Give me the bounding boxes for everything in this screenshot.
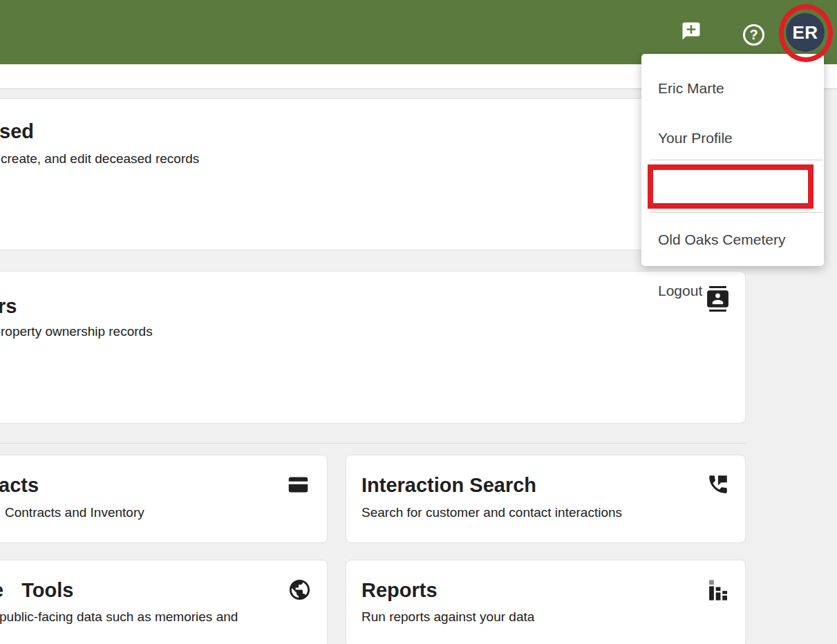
card-interaction-search-subtitle: Search for customer and contact interact… — [361, 504, 622, 521]
card-deceased-subtitle: create, and edit deceased records — [1, 150, 199, 167]
card-tools[interactable]: e Tools public-facing data such as memor… — [0, 560, 328, 644]
credit-card-icon — [287, 473, 310, 496]
card-owners[interactable]: rs roperty ownership records — [0, 271, 746, 424]
card-contracts-title: acts — [0, 473, 39, 497]
phone-message-icon — [706, 473, 730, 496]
card-deceased[interactable]: sed create, and edit deceased records — [0, 98, 746, 250]
app-screen: ? ER sed create, and edit deceased recor… — [0, 0, 837, 644]
contacts-icon — [705, 286, 731, 312]
help-button[interactable]: ? — [743, 24, 764, 46]
card-tools-title: e Tools — [0, 578, 73, 602]
card-owners-subtitle: roperty ownership records — [1, 323, 153, 340]
card-reports-subtitle: Run reports against your data — [361, 608, 534, 625]
menu-divider — [650, 160, 822, 160]
avatar-initials: ER — [792, 22, 818, 44]
help-icon: ? — [749, 27, 758, 42]
card-contracts[interactable]: acts Contracts and Inventory — [0, 455, 328, 543]
menu-item-your-profile[interactable]: Your Profile — [658, 130, 733, 146]
add-feedback-button[interactable] — [681, 21, 702, 41]
card-reports-title: Reports — [361, 578, 438, 602]
card-interaction-search-title: Interaction Search — [361, 473, 536, 497]
menu-divider — [650, 212, 822, 213]
menu-item-old-oaks-cemetery[interactable]: Old Oaks Cemetery — [658, 231, 785, 248]
menu-item-user-name[interactable]: Eric Marte — [658, 80, 724, 97]
card-tools-subtitle: public-facing data such as memories and — [0, 608, 238, 625]
section-divider — [0, 443, 746, 444]
card-interaction-search[interactable]: Interaction Search Search for customer a… — [346, 455, 746, 543]
bar-chart-icon — [708, 579, 727, 600]
card-owners-title: rs — [0, 294, 17, 318]
add-comment-icon — [681, 32, 702, 44]
user-menu: Your Profile Eric Marte Old Oaks Cemeter… — [641, 54, 824, 266]
card-contracts-subtitle: Contracts and Inventory — [5, 504, 144, 521]
menu-item-logout[interactable]: Logout — [658, 283, 702, 299]
globe-icon — [288, 578, 312, 602]
card-deceased-title: sed — [0, 120, 34, 143]
avatar[interactable]: ER — [786, 13, 825, 52]
card-reports[interactable]: Reports Run reports against your data — [346, 560, 746, 644]
